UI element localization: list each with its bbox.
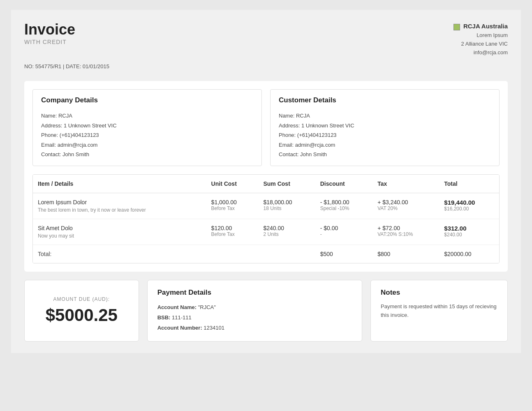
row1-unit-cost: $1,000.00 Before Tax <box>206 193 259 219</box>
account-name-value: "RJCA" <box>198 304 216 310</box>
invoice-branding: Invoice WITH CREDIT <box>24 21 75 45</box>
totals-total: $20000.00 <box>439 245 499 263</box>
row1-tax: + $3,240.00 VAT 20% <box>372 193 439 219</box>
company-name: RCJA Australia <box>463 23 508 30</box>
row2-item-desc: Now you may sit <box>38 233 201 239</box>
row1-tax-sub: VAT 20% <box>377 206 434 211</box>
company-name-line: RCJA Australia <box>453 21 508 31</box>
bsb-label: BSB: <box>157 314 171 321</box>
account-name-label: Account Name: <box>157 304 197 310</box>
totals-discount: $500 <box>315 245 372 263</box>
customer-email-field: Email: admin@rcja.com <box>279 142 335 148</box>
notes-title: Notes <box>381 289 497 297</box>
row1-total-main: $19,440.00 <box>444 199 494 206</box>
table-row: Lorem Ipsum Dolor The best lorem in town… <box>33 193 499 219</box>
company-phone-field: Phone: (+61)404123123 <box>41 132 99 138</box>
row2-sum-cost-sub: 2 Units <box>263 231 310 237</box>
invoice-meta: NO: 554775/R1 | DATE: 01/01/2015 <box>24 63 508 73</box>
totals-empty-sum <box>258 245 315 263</box>
row1-unit-cost-sub: Before Tax <box>211 206 254 211</box>
row2-discount: - $0.00 - <box>315 219 372 245</box>
customer-details-info: Name: RCJA Address: 1 Unknown Street VIC… <box>279 111 491 159</box>
company-line1: Lorem Ipsum <box>453 31 508 40</box>
row2-discount-sub: - <box>320 231 368 237</box>
notes-box: Notes Payment is requested within 15 day… <box>370 280 508 342</box>
row2-total-main: $312.00 <box>444 225 494 232</box>
row2-unit-cost-main: $120.00 <box>211 225 254 231</box>
company-line2: 2 Alliance Lane VIC <box>453 40 508 48</box>
row1-unit-cost-main: $1,000.00 <box>211 199 254 206</box>
table-header-row: Item / Details Unit Cost Sum Cost Discou… <box>33 175 499 193</box>
row1-total: $19,440.00 $16,200.00 <box>439 193 499 219</box>
main-content: Company Details Name: RCJA Address: 1 Un… <box>24 81 508 272</box>
row2-item: Sit Amet Dolo Now you may sit <box>33 219 206 245</box>
row1-sum-cost: $18,000.00 18 Units <box>258 193 315 219</box>
payment-details-box: Payment Details Account Name: "RJCA" BSB… <box>147 280 362 342</box>
row1-sum-cost-sub: 18 Units <box>263 206 310 211</box>
company-email-field: Email: admin@rcja.com <box>41 142 97 148</box>
company-details-info: Name: RCJA Address: 1 Unknown Street VIC… <box>41 111 253 159</box>
row1-item-name: Lorem Ipsum Dolor <box>38 199 201 206</box>
col-unit-cost: Unit Cost <box>206 175 259 193</box>
company-logo-icon <box>453 24 460 30</box>
row1-discount-main: - $1,800.00 <box>320 199 368 206</box>
amount-due-box: AMOUNT DUE (AUD): $5000.25 <box>24 280 139 342</box>
totals-tax: $800 <box>372 245 439 263</box>
company-contact-field: Contact: John Smith <box>41 151 89 157</box>
row2-item-name: Sit Amet Dolo <box>38 225 201 231</box>
totals-label: Total: <box>33 245 206 263</box>
col-tax: Tax <box>372 175 439 193</box>
row1-total-sub: $16,200.00 <box>444 206 494 212</box>
row1-discount: - $1,800.00 Special -10% <box>315 193 372 219</box>
invoice-table: Item / Details Unit Cost Sum Cost Discou… <box>33 175 499 263</box>
invoice-subtitle: WITH CREDIT <box>24 39 75 45</box>
company-header: RCJA Australia Lorem Ipsum 2 Alliance La… <box>453 21 508 57</box>
notes-text: Payment is requested within 15 days of r… <box>381 302 497 320</box>
customer-details-box: Customer Details Name: RCJA Address: 1 U… <box>270 89 500 166</box>
row2-tax-sub: VAT:20% S:10% <box>377 231 434 237</box>
invoice-title: Invoice <box>24 21 75 38</box>
customer-details-title: Customer Details <box>279 96 491 104</box>
customer-address-field: Address: 1 Unknown Street VIC <box>279 122 354 129</box>
amount-due-label: AMOUNT DUE (AUD): <box>53 296 110 302</box>
amount-due-value: $5000.25 <box>46 305 118 325</box>
invoice-table-section: Item / Details Unit Cost Sum Cost Discou… <box>32 174 500 263</box>
company-address-field: Address: 1 Unknown Street VIC <box>41 122 117 129</box>
header-section: Invoice WITH CREDIT RCJA Australia Lorem… <box>24 21 508 57</box>
table-totals-row: Total: $500 $800 $20000.00 <box>33 245 499 263</box>
row1-sum-cost-main: $18,000.00 <box>263 199 310 206</box>
col-discount: Discount <box>315 175 372 193</box>
company-details-box: Company Details Name: RCJA Address: 1 Un… <box>32 89 262 166</box>
row2-total-sub: $240.00 <box>444 232 494 238</box>
customer-contact-field: Contact: John Smith <box>279 151 327 157</box>
company-line3: info@rcja.com <box>453 48 508 57</box>
row1-item: Lorem Ipsum Dolor The best lorem in town… <box>33 193 206 219</box>
company-name-field: Name: RCJA <box>41 113 72 119</box>
account-number-label: Account Number: <box>157 325 202 331</box>
customer-phone-field: Phone: (+61)404123123 <box>279 132 337 138</box>
totals-empty-unit <box>206 245 259 263</box>
customer-name-field: Name: RCJA <box>279 113 310 119</box>
details-row: Company Details Name: RCJA Address: 1 Un… <box>32 89 500 166</box>
row2-total: $312.00 $240.00 <box>439 219 499 245</box>
row1-item-desc: The best lorem in town, try it now or le… <box>38 207 201 213</box>
invoice-page: Invoice WITH CREDIT RCJA Australia Lorem… <box>11 10 521 353</box>
row2-unit-cost: $120.00 Before Tax <box>206 219 259 245</box>
row2-tax-main: + $72.00 <box>377 225 434 231</box>
row2-tax: + $72.00 VAT:20% S:10% <box>372 219 439 245</box>
col-sum-cost: Sum Cost <box>258 175 315 193</box>
row1-tax-main: + $3,240.00 <box>377 199 434 206</box>
company-details-title: Company Details <box>41 96 253 104</box>
row2-unit-cost-sub: Before Tax <box>211 231 254 237</box>
row2-sum-cost-main: $240.00 <box>263 225 310 231</box>
payment-details-title: Payment Details <box>157 289 352 297</box>
row2-sum-cost: $240.00 2 Units <box>258 219 315 245</box>
bottom-section: AMOUNT DUE (AUD): $5000.25 Payment Detai… <box>24 280 508 342</box>
row2-discount-main: - $0.00 <box>320 225 368 231</box>
table-row: Sit Amet Dolo Now you may sit $120.00 Be… <box>33 219 499 245</box>
col-total: Total <box>439 175 499 193</box>
bsb-value: 111-111 <box>172 314 192 321</box>
payment-details-info: Account Name: "RJCA" BSB: 111-111 Accoun… <box>157 302 352 333</box>
col-item: Item / Details <box>33 175 206 193</box>
row1-discount-sub: Special -10% <box>320 206 368 211</box>
